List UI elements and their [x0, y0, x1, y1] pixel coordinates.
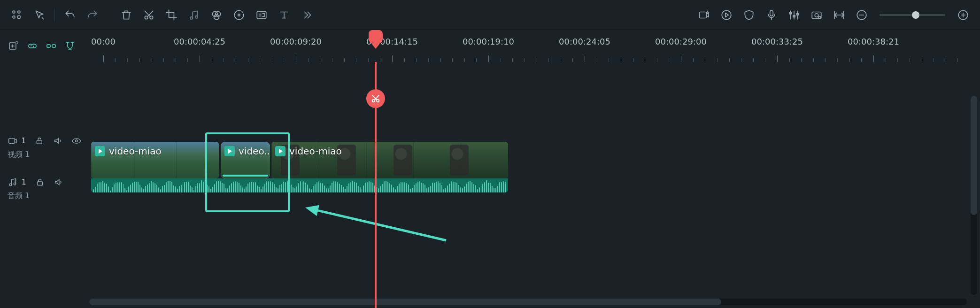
svg-point-20 — [815, 13, 818, 17]
video-track-icon — [8, 136, 18, 146]
captions-button[interactable] — [250, 4, 273, 26]
ruler-timecode: 00:00:19:10 — [463, 37, 514, 46]
video-track-count: 1 — [22, 137, 26, 145]
tracks-area[interactable]: video-miaovideo...video-miao — [89, 62, 980, 308]
zoom-out-button[interactable] — [850, 4, 873, 26]
svg-marker-34 — [305, 205, 319, 216]
playhead[interactable] — [375, 62, 377, 308]
track-headers: 1 视频 1 1 音频 1 — [0, 62, 89, 308]
svg-point-11 — [238, 14, 240, 15]
more-tools-button[interactable] — [295, 4, 318, 26]
svg-point-7 — [195, 15, 198, 18]
markers-icon[interactable] — [45, 40, 57, 52]
clip-clip-a[interactable]: video-miao — [91, 142, 219, 178]
horizontal-scrollbar-thumb[interactable] — [89, 299, 721, 305]
svg-rect-27 — [9, 138, 15, 143]
ruler-timecode: 00:00:33:25 — [751, 37, 803, 46]
color-filter-button[interactable] — [205, 4, 228, 26]
svg-rect-26 — [52, 45, 55, 47]
delete-button[interactable] — [115, 4, 138, 26]
magnet-snap-icon[interactable] — [64, 40, 76, 52]
video-track-header[interactable]: 1 视频 1 — [0, 127, 89, 168]
ai-enhance-button[interactable] — [693, 4, 715, 26]
svg-point-2 — [13, 15, 15, 18]
timeline-mode-icons — [0, 30, 89, 62]
cursor-select-icon[interactable] — [28, 4, 51, 26]
svg-rect-13 — [699, 12, 706, 18]
svg-point-6 — [190, 16, 193, 19]
svg-point-10 — [214, 14, 219, 19]
svg-line-33 — [318, 210, 446, 240]
audio-track-name: 音频 1 — [8, 191, 82, 201]
svg-point-35 — [372, 100, 375, 102]
voiceover-button[interactable] — [760, 4, 783, 26]
audio-track-header[interactable]: 1 音频 1 — [0, 168, 89, 209]
link-toggle-icon[interactable] — [26, 40, 39, 52]
ruler-row: 00:0000:00:04:2500:00:09:2000:00:14:1500… — [0, 30, 980, 62]
volume-icon[interactable] — [54, 177, 64, 187]
vertical-scrollbar-thumb[interactable] — [971, 96, 977, 215]
svg-rect-25 — [47, 45, 50, 47]
safe-zone-button[interactable] — [738, 4, 760, 26]
svg-rect-19 — [812, 12, 821, 18]
svg-rect-28 — [37, 140, 42, 144]
ruler-timecode: 00:00:24:05 — [559, 37, 610, 46]
svg-point-30 — [9, 184, 12, 186]
horizontal-scrollbar[interactable] — [89, 299, 967, 305]
svg-point-14 — [722, 10, 731, 20]
audio-track-icon — [8, 177, 18, 187]
fit-width-button[interactable] — [828, 4, 850, 26]
toolbar-separator — [54, 8, 55, 22]
svg-point-1 — [18, 11, 20, 13]
undo-button[interactable] — [59, 4, 81, 26]
clip-label: video-miao — [275, 146, 342, 157]
timeline-body: 1 视频 1 1 音频 1 video-miaovideo...video-mi… — [0, 62, 980, 308]
ruler-timecode: 00:00:04:25 — [174, 37, 225, 46]
timeline-ruler[interactable]: 00:0000:00:04:2500:00:09:2000:00:14:1500… — [89, 30, 980, 62]
svg-rect-3 — [18, 15, 20, 18]
crop-button[interactable] — [160, 4, 183, 26]
lock-icon[interactable] — [35, 177, 45, 187]
clip-name: video-miao — [289, 146, 342, 157]
audio-detach-button[interactable] — [183, 4, 205, 26]
svg-point-21 — [818, 16, 821, 18]
render-preview-button[interactable] — [715, 4, 738, 26]
svg-point-9 — [216, 11, 221, 16]
svg-point-0 — [13, 11, 15, 13]
playhead-cap-icon[interactable] — [369, 30, 383, 44]
zoom-slider-knob[interactable] — [912, 11, 919, 19]
audio-waveform-strip[interactable] — [91, 178, 508, 192]
text-button[interactable] — [273, 4, 295, 26]
lock-icon[interactable] — [34, 136, 45, 146]
ruler-timecode: 00:00 — [91, 37, 116, 46]
vertical-scrollbar[interactable] — [971, 96, 977, 295]
zoom-slider[interactable] — [880, 14, 945, 16]
snapshot-button[interactable] — [805, 4, 828, 26]
svg-rect-32 — [37, 182, 42, 185]
ruler-tick-marks — [89, 54, 980, 62]
clip-name: video-miao — [109, 146, 162, 157]
volume-icon[interactable] — [53, 136, 63, 146]
clip-clip-b[interactable]: video... — [221, 142, 270, 178]
clip-label: video... — [224, 146, 270, 157]
clip-clip-c[interactable]: video-miao — [271, 142, 508, 178]
zoom-in-button[interactable] — [952, 4, 974, 26]
main-toolbar — [0, 0, 980, 30]
video-track-name: 视频 1 — [8, 150, 82, 160]
play-icon — [275, 146, 286, 156]
redo-button[interactable] — [81, 4, 104, 26]
apps-grid-icon[interactable] — [6, 4, 28, 26]
add-media-icon[interactable] — [8, 40, 20, 52]
playhead-cut-button[interactable] — [366, 89, 385, 108]
cut-button[interactable] — [138, 4, 160, 26]
clip-label: video-miao — [95, 146, 162, 157]
play-icon — [224, 146, 235, 156]
audio-track-count: 1 — [22, 178, 26, 186]
visibility-icon[interactable] — [71, 136, 82, 146]
svg-point-36 — [377, 100, 379, 102]
speed-button[interactable] — [228, 4, 250, 26]
ruler-timecode: 00:00:09:20 — [270, 37, 322, 46]
ruler-timecode: 00:00:29:00 — [655, 37, 707, 46]
clip-name: video... — [239, 146, 270, 157]
audio-mixer-button[interactable] — [783, 4, 805, 26]
